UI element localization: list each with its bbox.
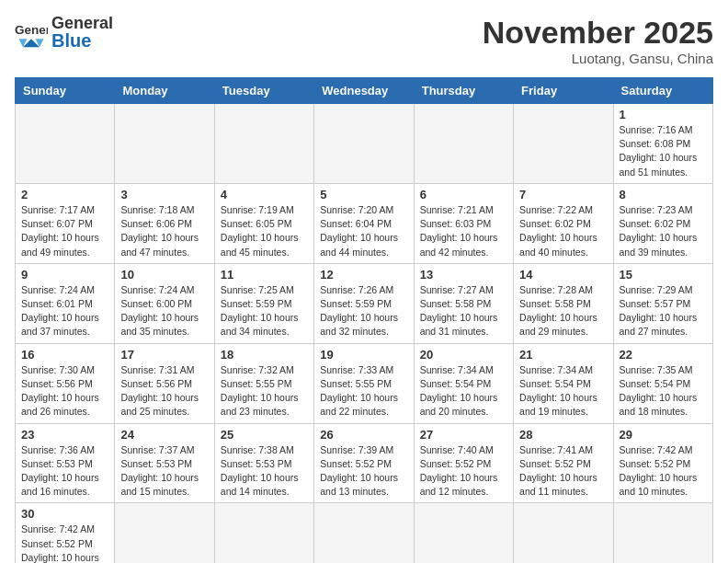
day-info: Sunrise: 7:25 AMSunset: 5:59 PMDaylight:… (221, 283, 308, 339)
logo-text: General Blue (51, 15, 113, 50)
calendar-cell: 16Sunrise: 7:30 AMSunset: 5:56 PMDayligh… (16, 343, 115, 423)
day-info: Sunrise: 7:42 AMSunset: 5:52 PMDaylight:… (21, 523, 108, 563)
day-info: Sunrise: 7:34 AMSunset: 5:54 PMDaylight:… (519, 363, 607, 419)
calendar-cell: 8Sunrise: 7:23 AMSunset: 6:02 PMDaylight… (613, 183, 712, 263)
day-number: 9 (21, 268, 108, 282)
calendar-cell (115, 503, 214, 563)
day-info: Sunrise: 7:36 AMSunset: 5:53 PMDaylight:… (21, 443, 108, 500)
day-info: Sunrise: 7:16 AMSunset: 6:08 PMDaylight:… (620, 123, 707, 179)
day-number: 20 (420, 348, 507, 362)
calendar-cell: 2Sunrise: 7:17 AMSunset: 6:07 PMDaylight… (16, 183, 115, 263)
day-info: Sunrise: 7:22 AMSunset: 6:02 PMDaylight:… (519, 203, 607, 259)
calendar-cell: 10Sunrise: 7:24 AMSunset: 6:00 PMDayligh… (115, 263, 214, 343)
svg-text:General: General (15, 23, 48, 37)
calendar-week-row: 9Sunrise: 7:24 AMSunset: 6:01 PMDaylight… (16, 263, 713, 343)
day-info: Sunrise: 7:30 AMSunset: 5:56 PMDaylight:… (21, 363, 108, 419)
day-number: 13 (420, 268, 507, 282)
calendar-cell: 26Sunrise: 7:39 AMSunset: 5:52 PMDayligh… (314, 423, 414, 503)
calendar-header-row: SundayMondayTuesdayWednesdayThursdayFrid… (16, 78, 713, 104)
day-info: Sunrise: 7:35 AMSunset: 5:54 PMDaylight:… (620, 363, 707, 419)
calendar-cell (414, 104, 513, 184)
day-number: 7 (519, 188, 607, 201)
day-number: 16 (21, 348, 108, 362)
day-number: 30 (21, 507, 108, 521)
day-info: Sunrise: 7:38 AMSunset: 5:53 PMDaylight:… (221, 443, 308, 500)
day-info: Sunrise: 7:29 AMSunset: 5:57 PMDaylight:… (620, 283, 707, 339)
calendar-cell: 14Sunrise: 7:28 AMSunset: 5:58 PMDayligh… (514, 263, 613, 343)
calendar-week-row: 30Sunrise: 7:42 AMSunset: 5:52 PMDayligh… (16, 503, 713, 563)
day-number: 2 (21, 188, 108, 201)
weekday-header: Wednesday (314, 78, 414, 104)
calendar-cell: 13Sunrise: 7:27 AMSunset: 5:58 PMDayligh… (414, 263, 513, 343)
calendar-cell (613, 503, 712, 563)
calendar-week-row: 2Sunrise: 7:17 AMSunset: 6:07 PMDaylight… (16, 183, 713, 263)
day-info: Sunrise: 7:34 AMSunset: 5:54 PMDaylight:… (420, 363, 507, 419)
day-info: Sunrise: 7:26 AMSunset: 5:59 PMDaylight:… (320, 283, 407, 339)
calendar-cell: 15Sunrise: 7:29 AMSunset: 5:57 PMDayligh… (613, 263, 712, 343)
day-number: 14 (519, 268, 607, 282)
day-info: Sunrise: 7:33 AMSunset: 5:55 PMDaylight:… (320, 363, 407, 419)
day-number: 3 (120, 188, 208, 201)
day-info: Sunrise: 7:21 AMSunset: 6:03 PMDaylight:… (420, 203, 507, 259)
calendar-cell: 5Sunrise: 7:20 AMSunset: 6:04 PMDaylight… (314, 183, 414, 263)
calendar-cell: 21Sunrise: 7:34 AMSunset: 5:54 PMDayligh… (514, 343, 613, 423)
calendar-cell: 29Sunrise: 7:42 AMSunset: 5:52 PMDayligh… (613, 423, 712, 503)
day-number: 1 (620, 108, 707, 121)
calendar-week-row: 16Sunrise: 7:30 AMSunset: 5:56 PMDayligh… (16, 343, 713, 423)
day-number: 24 (120, 428, 208, 442)
day-number: 8 (620, 188, 707, 201)
calendar-cell: 1Sunrise: 7:16 AMSunset: 6:08 PMDaylight… (613, 104, 712, 184)
calendar-cell (214, 503, 313, 563)
day-number: 25 (221, 428, 308, 442)
day-number: 4 (221, 188, 308, 201)
logo: General General Blue (15, 15, 113, 50)
day-number: 21 (519, 348, 607, 362)
day-number: 15 (620, 268, 707, 282)
calendar-week-row: 23Sunrise: 7:36 AMSunset: 5:53 PMDayligh… (16, 423, 713, 503)
day-info: Sunrise: 7:39 AMSunset: 5:52 PMDaylight:… (320, 443, 407, 500)
day-number: 6 (420, 188, 507, 201)
title-section: November 2025 Luotang, Gansu, China (483, 15, 713, 66)
calendar-cell: 24Sunrise: 7:37 AMSunset: 5:53 PMDayligh… (115, 423, 214, 503)
day-info: Sunrise: 7:31 AMSunset: 5:56 PMDaylight:… (120, 363, 208, 419)
calendar-cell: 28Sunrise: 7:41 AMSunset: 5:52 PMDayligh… (514, 423, 613, 503)
weekday-header: Saturday (613, 78, 712, 104)
logo-icon: General (15, 16, 48, 49)
day-info: Sunrise: 7:32 AMSunset: 5:55 PMDaylight:… (221, 363, 308, 419)
weekday-header: Monday (115, 78, 214, 104)
month-title: November 2025 (483, 15, 713, 51)
day-info: Sunrise: 7:42 AMSunset: 5:52 PMDaylight:… (620, 443, 707, 500)
day-number: 23 (21, 428, 108, 442)
calendar-cell: 25Sunrise: 7:38 AMSunset: 5:53 PMDayligh… (214, 423, 313, 503)
calendar-cell (314, 104, 414, 184)
calendar-cell: 18Sunrise: 7:32 AMSunset: 5:55 PMDayligh… (214, 343, 313, 423)
calendar-cell: 3Sunrise: 7:18 AMSunset: 6:06 PMDaylight… (115, 183, 214, 263)
day-info: Sunrise: 7:28 AMSunset: 5:58 PMDaylight:… (519, 283, 607, 339)
calendar-cell (314, 503, 414, 563)
calendar-cell: 27Sunrise: 7:40 AMSunset: 5:52 PMDayligh… (414, 423, 513, 503)
calendar-week-row: 1Sunrise: 7:16 AMSunset: 6:08 PMDaylight… (16, 104, 713, 184)
day-info: Sunrise: 7:17 AMSunset: 6:07 PMDaylight:… (21, 203, 108, 259)
calendar-cell (115, 104, 214, 184)
day-info: Sunrise: 7:24 AMSunset: 6:01 PMDaylight:… (21, 283, 108, 339)
day-number: 10 (120, 268, 208, 282)
day-number: 17 (120, 348, 208, 362)
weekday-header: Tuesday (214, 78, 313, 104)
day-number: 5 (320, 188, 407, 201)
calendar-cell: 7Sunrise: 7:22 AMSunset: 6:02 PMDaylight… (514, 183, 613, 263)
day-info: Sunrise: 7:20 AMSunset: 6:04 PMDaylight:… (320, 203, 407, 259)
calendar-cell (514, 503, 613, 563)
day-number: 18 (221, 348, 308, 362)
calendar-cell: 4Sunrise: 7:19 AMSunset: 6:05 PMDaylight… (214, 183, 313, 263)
calendar-cell: 30Sunrise: 7:42 AMSunset: 5:52 PMDayligh… (16, 503, 115, 563)
day-info: Sunrise: 7:18 AMSunset: 6:06 PMDaylight:… (120, 203, 208, 259)
calendar-cell: 12Sunrise: 7:26 AMSunset: 5:59 PMDayligh… (314, 263, 414, 343)
header: General General Blue November 2025 Luota… (15, 15, 713, 66)
day-info: Sunrise: 7:19 AMSunset: 6:05 PMDaylight:… (221, 203, 308, 259)
day-number: 22 (620, 348, 707, 362)
day-number: 19 (320, 348, 407, 362)
weekday-header: Thursday (414, 78, 513, 104)
day-number: 12 (320, 268, 407, 282)
day-info: Sunrise: 7:41 AMSunset: 5:52 PMDaylight:… (519, 443, 607, 500)
day-number: 28 (519, 428, 607, 442)
